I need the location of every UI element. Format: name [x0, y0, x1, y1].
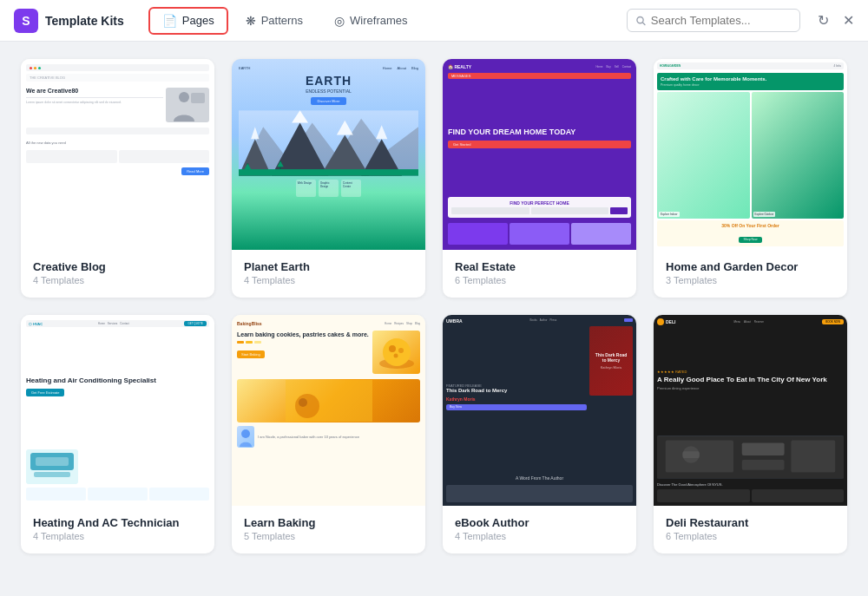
- card-deli-subtitle: 6 Templates: [666, 531, 835, 541]
- card-creative-blog-info: Creative Blog 4 Templates: [21, 250, 214, 298]
- card-baking-subtitle: 5 Templates: [244, 531, 413, 541]
- svg-rect-35: [742, 460, 785, 470]
- card-creative-blog-subtitle: 4 Templates: [33, 275, 202, 285]
- card-planet-earth-title: Planet Earth: [244, 260, 413, 273]
- card-real-estate-thumb: 🏠 REALTY HomeBuySellContact MESSAGES FIN…: [443, 59, 636, 250]
- svg-rect-21: [34, 472, 70, 477]
- svg-point-30: [299, 398, 307, 407]
- card-real-estate[interactable]: 🏠 REALTY HomeBuySellContact MESSAGES FIN…: [443, 59, 636, 298]
- card-hvac-thumb: ⬡ HVAC HomeServicesContact GET QUOTE Hea…: [21, 315, 214, 506]
- card-real-estate-title: Real Estate: [455, 260, 624, 273]
- card-home-garden-thumb: HOME&GARDEN 4 links Crafted with Care fo…: [654, 59, 847, 250]
- card-ebook-subtitle: 4 Templates: [455, 531, 624, 541]
- card-planet-earth[interactable]: EARTH HomeAboutBlog EARTH ENDLESS POTENT…: [232, 59, 425, 298]
- svg-point-26: [398, 348, 404, 353]
- patterns-icon: ❋: [246, 14, 256, 28]
- card-creative-blog[interactable]: THE CREATIVE BLOG We are Creative80 Lore…: [21, 59, 214, 298]
- tab-wireframes[interactable]: ◎ Wireframes: [320, 7, 421, 35]
- card-baking[interactable]: BakingBliss HomeRecipesShopBlog Learn ba…: [232, 315, 425, 553]
- svg-rect-38: [682, 451, 700, 458]
- card-ebook-info: eBook Author 4 Templates: [443, 506, 636, 553]
- header-actions: ↻ ✕: [818, 12, 854, 29]
- card-deli-title: Deli Restaurant: [666, 516, 835, 529]
- card-creative-blog-title: Creative Blog: [33, 260, 202, 273]
- card-baking-info: Learn Baking 5 Templates: [232, 506, 425, 553]
- tab-patterns-label: Patterns: [261, 14, 303, 27]
- nav-tabs: 📄 Pages ❋ Patterns ◎ Wireframes: [148, 7, 620, 35]
- pages-icon: 📄: [162, 14, 177, 28]
- svg-rect-33: [666, 440, 733, 472]
- svg-point-25: [389, 345, 396, 352]
- card-home-garden[interactable]: HOME&GARDEN 4 links Crafted with Care fo…: [654, 59, 847, 298]
- card-home-garden-title: Home and Garden Decor: [666, 260, 835, 273]
- card-creative-blog-thumb: THE CREATIVE BLOG We are Creative80 Lore…: [21, 59, 214, 250]
- svg-rect-36: [791, 440, 835, 472]
- svg-line-1: [643, 23, 645, 24]
- card-hvac-info: Heating And AC Technician 4 Templates: [21, 506, 214, 553]
- card-planet-earth-info: Planet Earth 4 Templates: [232, 250, 425, 298]
- svg-point-24: [383, 338, 411, 366]
- card-ebook-title: eBook Author: [455, 516, 624, 529]
- close-button[interactable]: ✕: [843, 12, 854, 29]
- tab-wireframes-label: Wireframes: [350, 14, 407, 27]
- tab-patterns[interactable]: ❋ Patterns: [232, 7, 317, 35]
- card-ebook-thumb: UMBRA BooksAuthorPress FEATURED RELEASE …: [443, 315, 636, 506]
- app-title: Template Kits: [45, 14, 124, 28]
- svg-rect-19: [239, 169, 418, 176]
- svg-point-3: [179, 92, 189, 102]
- card-real-estate-subtitle: 6 Templates: [455, 275, 624, 285]
- search-box[interactable]: [627, 9, 800, 32]
- refresh-button[interactable]: ↻: [818, 12, 829, 29]
- svg-rect-22: [36, 457, 69, 466]
- card-baking-thumb: BakingBliss HomeRecipesShopBlog Learn ba…: [232, 315, 425, 506]
- tab-pages[interactable]: 📄 Pages: [148, 7, 228, 35]
- card-real-estate-info: Real Estate 6 Templates: [443, 250, 636, 298]
- wireframes-icon: ◎: [334, 14, 345, 28]
- card-baking-title: Learn Baking: [244, 516, 413, 529]
- template-grid: THE CREATIVE BLOG We are Creative80 Lore…: [0, 42, 868, 571]
- card-deli[interactable]: DELI MenuAboutReserve BOOK NOW ★★★★★ RAT…: [654, 315, 847, 553]
- search-input[interactable]: [651, 14, 791, 27]
- card-home-garden-subtitle: 3 Templates: [666, 275, 835, 285]
- card-hvac-subtitle: 4 Templates: [33, 531, 202, 541]
- card-planet-earth-subtitle: 4 Templates: [244, 275, 413, 285]
- card-hvac-title: Heating And AC Technician: [33, 516, 202, 529]
- app-logo-icon: S: [14, 9, 38, 33]
- svg-point-29: [295, 394, 319, 418]
- svg-point-27: [393, 353, 398, 357]
- svg-point-31: [241, 429, 250, 438]
- search-icon: [636, 16, 646, 26]
- card-deli-info: Deli Restaurant 6 Templates: [654, 506, 847, 553]
- app-header: S Template Kits 📄 Pages ❋ Patterns ◎ Wir…: [0, 0, 868, 42]
- svg-rect-4: [191, 93, 205, 103]
- tab-pages-label: Pages: [182, 14, 214, 27]
- card-home-garden-info: Home and Garden Decor 3 Templates: [654, 250, 847, 298]
- svg-rect-34: [742, 442, 785, 455]
- card-hvac[interactable]: ⬡ HVAC HomeServicesContact GET QUOTE Hea…: [21, 315, 214, 553]
- card-planet-earth-thumb: EARTH HomeAboutBlog EARTH ENDLESS POTENT…: [232, 59, 425, 250]
- card-ebook[interactable]: UMBRA BooksAuthorPress FEATURED RELEASE …: [443, 315, 636, 553]
- card-deli-thumb: DELI MenuAboutReserve BOOK NOW ★★★★★ RAT…: [654, 315, 847, 506]
- svg-point-0: [637, 16, 643, 23]
